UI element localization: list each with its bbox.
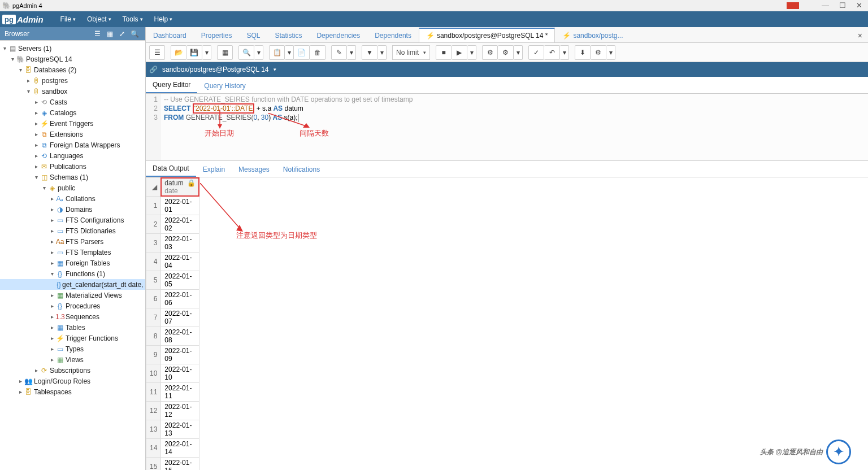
table-row[interactable]: 72022-01-07 — [146, 308, 199, 327]
macro-dropdown[interactable]: ▾ — [606, 45, 615, 60]
tree-domains[interactable]: ▸◑Domains — [0, 204, 145, 215]
row-number[interactable]: 10 — [146, 364, 161, 383]
save-button[interactable]: 💾 — [186, 45, 202, 60]
menu-file[interactable]: File▾ — [55, 15, 81, 23]
edit-row-dropdown[interactable]: ▾ — [347, 45, 356, 60]
table-row[interactable]: 32022-01-03 — [146, 234, 199, 253]
row-number[interactable]: 5 — [146, 271, 161, 290]
row-number[interactable]: 4 — [146, 253, 161, 271]
tab-data-output[interactable]: Data Output — [146, 161, 196, 177]
row-number[interactable]: 14 — [146, 439, 161, 458]
browser-grid-icon[interactable]: ▦ — [103, 30, 116, 38]
save-dropdown[interactable]: ▾ — [202, 45, 211, 60]
cell-datum[interactable]: 2022-01-15 — [161, 458, 199, 471]
stop-button[interactable]: ■ — [436, 45, 452, 60]
tree-fdw[interactable]: ▸⧉Foreign Data Wrappers — [0, 140, 145, 150]
cell-datum[interactable]: 2022-01-03 — [161, 234, 199, 253]
row-number[interactable]: 6 — [146, 290, 161, 308]
cell-datum[interactable]: 2022-01-07 — [161, 308, 199, 327]
tree-databases[interactable]: ▾🗄Databases (2) — [0, 64, 145, 75]
download-button[interactable]: ⬇ — [575, 45, 591, 60]
execute-button[interactable]: ▶ — [452, 45, 467, 60]
tree-db-sandbox[interactable]: ▾🛢sandbox — [0, 86, 145, 97]
maximize-button[interactable]: ☐ — [839, 1, 846, 10]
table-row[interactable]: 142022-01-14 — [146, 439, 199, 458]
tree-event-triggers[interactable]: ▸⚡Event Triggers — [0, 118, 145, 129]
menu-object[interactable]: Object▾ — [81, 15, 117, 23]
connection-dropdown-icon[interactable]: ▾ — [274, 67, 276, 72]
macro-button[interactable]: ⚙ — [591, 45, 606, 60]
tree-foreign-tables[interactable]: ▸▦Foreign Tables — [0, 258, 145, 268]
cell-datum[interactable]: 2022-01-14 — [161, 439, 199, 458]
table-row[interactable]: 92022-01-09 — [146, 346, 199, 364]
tree-function-get-calendar[interactable]: {}get_calendar(start_dt date, d... — [0, 279, 145, 290]
find-dropdown[interactable]: ▾ — [254, 45, 263, 60]
results-grid[interactable]: ◢ datum🔒 date 12022-01-0122022-01-023202… — [146, 177, 868, 470]
tab-notifications[interactable]: Notifications — [276, 162, 327, 177]
tab-dependents[interactable]: Dependents — [367, 28, 419, 42]
tab-statistics[interactable]: Statistics — [267, 28, 309, 42]
table-row[interactable]: 22022-01-02 — [146, 215, 199, 234]
tree-subscriptions[interactable]: ▸⟳Subscriptions — [0, 365, 145, 376]
table-row[interactable]: 132022-01-13 — [146, 420, 199, 439]
table-row[interactable]: 12022-01-01 — [146, 197, 199, 215]
tree-catalogs[interactable]: ▸◈Catalogs — [0, 107, 145, 118]
commit-button[interactable]: ✓ — [528, 45, 544, 60]
cell-datum[interactable]: 2022-01-13 — [161, 420, 199, 439]
tree-views[interactable]: ▸▦Views — [0, 354, 145, 365]
tree-tables[interactable]: ▸▦Tables — [0, 322, 145, 333]
cell-datum[interactable]: 2022-01-01 — [161, 197, 199, 215]
autocommit-dropdown[interactable]: ▾ — [560, 45, 569, 60]
copy-dropdown[interactable]: ▾ — [285, 45, 294, 60]
open-file-button[interactable]: 📂 — [171, 45, 186, 60]
limit-selector[interactable]: No limit▾ — [392, 45, 430, 60]
edit-button[interactable]: ▦ — [217, 45, 233, 60]
close-tab-button[interactable]: × — [852, 29, 868, 42]
minimize-button[interactable]: — — [822, 1, 829, 10]
cell-datum[interactable]: 2022-01-08 — [161, 327, 199, 346]
toggle-panel-button[interactable]: ☰ — [149, 45, 165, 60]
edit-row-button[interactable]: ✎ — [331, 45, 347, 60]
tab-query-tool-1[interactable]: ⚡sandbox/postgres@PostgreSQL 14 * — [419, 28, 555, 42]
tree-extensions[interactable]: ▸⧉Extensions — [0, 129, 145, 140]
tree-publications[interactable]: ▸✉Publications — [0, 161, 145, 172]
row-number[interactable]: 12 — [146, 402, 161, 420]
explain-button[interactable]: ⚙ — [482, 45, 498, 60]
tree-schema-public[interactable]: ▾◈public — [0, 182, 145, 193]
row-number[interactable]: 7 — [146, 308, 161, 327]
row-number[interactable]: 9 — [146, 346, 161, 364]
cell-datum[interactable]: 2022-01-12 — [161, 402, 199, 420]
tree-collations[interactable]: ▸AₐCollations — [0, 193, 145, 204]
delete-button[interactable]: 🗑 — [310, 45, 326, 60]
cell-datum[interactable]: 2022-01-05 — [161, 271, 199, 290]
table-row[interactable]: 122022-01-12 — [146, 402, 199, 420]
tab-explain[interactable]: Explain — [196, 162, 232, 177]
cell-datum[interactable]: 2022-01-09 — [161, 346, 199, 364]
row-number[interactable]: 15 — [146, 458, 161, 471]
explain-analyze-button[interactable]: ⚙ — [498, 45, 514, 60]
table-row[interactable]: 152022-01-15 — [146, 458, 199, 471]
table-row[interactable]: 102022-01-10 — [146, 364, 199, 383]
tree-languages[interactable]: ▸⟲Languages — [0, 150, 145, 161]
tab-dashboard[interactable]: Dashboard — [146, 28, 194, 42]
tree-mat-views[interactable]: ▸▦Materialized Views — [0, 290, 145, 301]
filter-button[interactable]: ▼ — [362, 45, 377, 60]
row-number[interactable]: 2 — [146, 215, 161, 234]
table-row[interactable]: 52022-01-05 — [146, 271, 199, 290]
object-tree[interactable]: ▾▤Servers (1) ▾🐘PostgreSQL 14 ▾🗄Database… — [0, 41, 145, 470]
cell-datum[interactable]: 2022-01-11 — [161, 383, 199, 402]
corner-cell[interactable]: ◢ — [146, 178, 161, 197]
cell-datum[interactable]: 2022-01-02 — [161, 215, 199, 234]
tab-dependencies[interactable]: Dependencies — [309, 28, 367, 42]
tree-db-postgres[interactable]: ▸🛢postgres — [0, 75, 145, 86]
table-row[interactable]: 82022-01-08 — [146, 327, 199, 346]
cell-datum[interactable]: 2022-01-06 — [161, 290, 199, 308]
tree-casts[interactable]: ▸⟲Casts — [0, 97, 145, 107]
paste-button[interactable]: 📄 — [294, 45, 310, 60]
browser-search-icon[interactable]: 🔍 — [128, 30, 141, 38]
execute-dropdown[interactable]: ▾ — [467, 45, 476, 60]
connection-bar[interactable]: 🔗 sandbox/postgres@PostgreSQL 14 ▾ — [146, 62, 868, 77]
copy-button[interactable]: 📋 — [269, 45, 285, 60]
tree-trigger-funcs[interactable]: ▸⚡Trigger Functions — [0, 333, 145, 343]
tree-procedures[interactable]: ▸{}Procedures — [0, 301, 145, 311]
